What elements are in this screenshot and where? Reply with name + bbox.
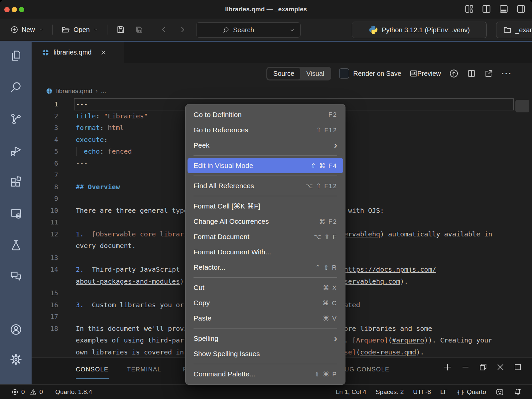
menu-item[interactable]: Show Spelling Issues — [186, 346, 345, 361]
menu-item[interactable]: Spelling› — [186, 331, 345, 346]
open-in-new-window-icon[interactable] — [484, 69, 493, 78]
breadcrumb[interactable]: libraries.qmd › ... — [32, 84, 532, 98]
panel-restore-icon[interactable] — [479, 363, 487, 371]
language-mode-status[interactable]: {} Quarto — [457, 388, 486, 396]
split-editor-layout-icon[interactable] — [481, 4, 491, 14]
workspace-button[interactable]: _examples — [496, 22, 532, 38]
panel-add-icon[interactable] — [443, 362, 452, 372]
code-line-text: --- — [76, 98, 88, 110]
menu-item[interactable]: Edit in Visual Mode⇧ ⌘ F4 — [188, 158, 343, 173]
source-control-icon[interactable] — [9, 112, 23, 126]
account-icon[interactable] — [9, 323, 23, 336]
app-window: libraries.qmd — _examples New — [0, 0, 532, 399]
menu-item-shortcut: ⌥ ⇧ F — [314, 233, 337, 241]
search-dropdown-icon[interactable] — [290, 28, 295, 33]
menu-item[interactable]: Format Document With... — [186, 244, 345, 260]
breadcrumb-file[interactable]: libraries.qmd — [56, 87, 92, 95]
navigate-back-button[interactable] — [157, 23, 171, 36]
menu-item-label: Cut — [194, 284, 204, 292]
toggle-secondary-sidebar-icon[interactable] — [516, 4, 526, 14]
tab-libraries-qmd[interactable]: libraries.qmd — [32, 42, 124, 63]
menu-separator — [186, 173, 345, 178]
menu-item[interactable]: Command Palette...⇧ ⌘ P — [186, 366, 345, 382]
panel-maximize-icon[interactable] — [513, 363, 522, 371]
tab-close-icon[interactable] — [100, 49, 107, 56]
panel-tab-console[interactable]: CONSOLE — [76, 358, 109, 381]
menu-item[interactable]: Go to References⇧ F12 — [186, 122, 345, 138]
menu-item-label: Command Palette... — [194, 370, 255, 378]
quarto-file-icon — [42, 49, 50, 57]
menu-item-shortcut: ⇧ ⌘ P — [315, 370, 337, 378]
testing-icon[interactable] — [9, 239, 23, 252]
breadcrumb-more[interactable]: ... — [101, 87, 106, 95]
line-number — [32, 346, 58, 358]
submenu-arrow-icon: › — [334, 335, 337, 342]
visual-mode-button[interactable]: Visual — [300, 68, 330, 79]
problems-status[interactable]: 0 0 — [11, 388, 43, 396]
extensions-icon[interactable] — [9, 176, 23, 189]
more-actions-icon[interactable]: ··· — [501, 68, 512, 79]
menu-item[interactable]: Copy⌘ C — [186, 295, 345, 311]
menu-item[interactable]: Paste⌘ V — [186, 311, 345, 326]
explorer-icon[interactable] — [9, 49, 23, 63]
panel-minimize-icon[interactable] — [461, 362, 470, 372]
line-number: 10 — [32, 205, 58, 217]
menu-item[interactable]: Refactor...⌃ ⇧ R — [186, 260, 345, 275]
source-mode-button[interactable]: Source — [267, 68, 300, 79]
menu-item-shortcut: F2 — [329, 111, 337, 118]
settings-gear-icon[interactable] — [9, 353, 23, 366]
navigate-forward-button[interactable] — [175, 23, 190, 36]
braces-icon: {} — [457, 389, 464, 396]
panel-tab-terminal[interactable]: TERMINAL — [127, 358, 161, 381]
panel-close-icon[interactable] — [496, 363, 505, 371]
save-all-button[interactable] — [132, 23, 147, 36]
publish-icon[interactable] — [449, 68, 459, 78]
code-line-text: --- — [76, 158, 88, 170]
feedback-icon[interactable] — [495, 388, 504, 396]
scrollbar-thumb[interactable] — [515, 100, 529, 112]
menu-item-label: Format Document With... — [194, 248, 271, 256]
menu-item[interactable]: Format Document⌥ ⇧ F — [186, 229, 345, 244]
folder-icon — [503, 26, 512, 34]
search-sidebar-icon[interactable] — [9, 81, 23, 94]
eol-status[interactable]: LF — [440, 388, 448, 396]
render-on-save-checkbox[interactable] — [339, 68, 349, 78]
global-search-input[interactable]: Search — [196, 22, 301, 38]
editor-action-bar: Source Visual Render on Save Preview ··· — [32, 63, 532, 84]
new-button[interactable]: New — [7, 23, 46, 36]
save-button[interactable] — [113, 23, 128, 36]
line-number: 9 — [32, 193, 58, 205]
toggle-panel-icon[interactable] — [499, 4, 509, 14]
source-visual-toggle[interactable]: Source Visual — [266, 67, 332, 80]
menu-item[interactable]: Format Cell [⌘K ⌘F] — [186, 199, 345, 214]
customize-layout-icon[interactable] — [464, 4, 474, 14]
menu-item[interactable]: Change All Occurrences⌘ F2 — [186, 214, 345, 229]
menu-item[interactable]: Cut⌘ X — [186, 280, 345, 295]
render-on-save-label: Render on Save — [353, 70, 401, 77]
menu-separator — [186, 153, 345, 158]
comments-icon[interactable] — [9, 270, 23, 283]
encoding-status[interactable]: UTF-8 — [413, 388, 431, 396]
divider — [52, 25, 53, 35]
menu-item-label: Show Spelling Issues — [194, 350, 260, 358]
interpreter-selector[interactable]: Python 3.12.1 (PipEnv: .venv) — [352, 22, 487, 38]
cursor-position-status[interactable]: Ln 1, Col 4 — [336, 388, 366, 396]
indentation-status[interactable]: Spaces: 2 — [376, 388, 404, 396]
run-debug-icon[interactable] — [9, 144, 23, 157]
menu-item-label: Go to References — [194, 126, 248, 134]
quarto-version-status[interactable]: Quarto: 1.8.4 — [55, 388, 92, 396]
line-number: 17 — [32, 311, 58, 323]
notifications-bell-icon[interactable] — [513, 388, 522, 396]
line-number: 11 — [32, 216, 58, 228]
sessions-icon[interactable] — [9, 207, 23, 220]
preview-button[interactable]: Preview — [409, 69, 441, 78]
status-bar: 0 0 Quarto: 1.8.4 Ln 1, Col 4 Spaces: 2 … — [0, 384, 532, 399]
split-editor-icon[interactable] — [467, 69, 476, 78]
preview-label: Preview — [417, 70, 441, 77]
workspace-label: _examples — [515, 26, 532, 34]
line-number: 16 — [32, 299, 58, 311]
open-button[interactable]: Open — [59, 23, 101, 36]
menu-item[interactable]: Find All References⌥ ⇧ F12 — [186, 178, 345, 194]
menu-item[interactable]: Go to DefinitionF2 — [186, 107, 345, 122]
menu-item[interactable]: Peek› — [186, 138, 345, 153]
